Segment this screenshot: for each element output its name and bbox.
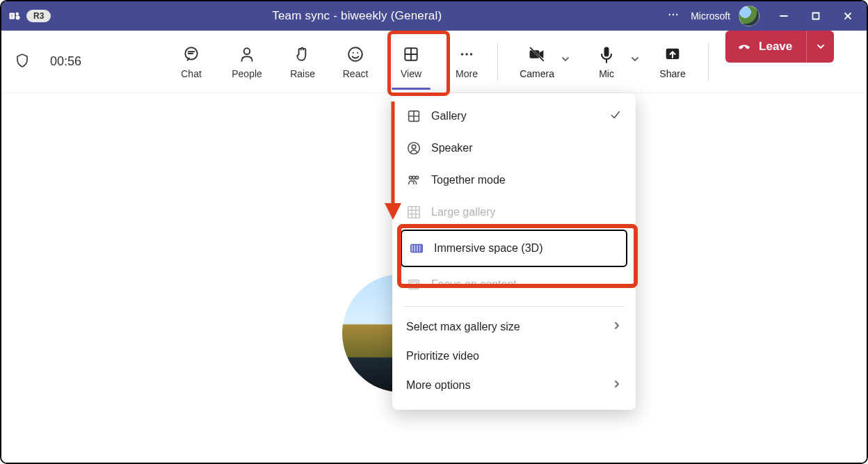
camera-button[interactable]: Camera: [502, 31, 572, 93]
teams-meeting-window: T R3 Team sync - biweekly (General) Micr…: [0, 0, 868, 464]
svg-point-36: [409, 176, 412, 179]
share-icon: [663, 45, 682, 64]
immersive-icon: [409, 241, 424, 256]
svg-point-35: [412, 145, 416, 149]
titlebar-right: Microsoft: [663, 1, 864, 31]
large-gallery-label: Large gallery: [431, 206, 496, 218]
svg-point-2: [16, 13, 19, 16]
view-option-together[interactable]: Together mode: [392, 164, 636, 196]
view-label: View: [401, 68, 421, 79]
mic-button[interactable]: Mic: [572, 31, 641, 93]
chat-button[interactable]: Chat: [165, 31, 218, 93]
window-title: Team sync - biweekly (General): [51, 9, 663, 23]
toolbar-actions: Chat People Raise React: [165, 31, 834, 93]
more-options-label: More options: [406, 379, 471, 392]
svg-point-34: [408, 143, 420, 154]
svg-point-22: [465, 53, 467, 55]
immersive-label: Immersive space (3D): [434, 242, 542, 255]
together-icon: [406, 173, 421, 188]
svg-rect-50: [410, 282, 417, 287]
svg-point-6: [676, 13, 677, 15]
raise-hand-icon: [293, 45, 312, 64]
svg-rect-27: [604, 47, 609, 56]
chevron-down-icon: [816, 42, 826, 51]
view-active-underline: [392, 88, 431, 90]
svg-point-37: [412, 176, 415, 179]
user-avatar[interactable]: [739, 6, 760, 26]
minimize-button[interactable]: [768, 1, 800, 31]
focus-label: Focus on content: [431, 278, 517, 291]
large-gallery-icon: [406, 205, 421, 220]
hangup-icon: [737, 39, 752, 54]
raise-hand-button[interactable]: Raise: [276, 31, 329, 93]
leave-label: Leave: [759, 40, 792, 54]
svg-rect-3: [16, 15, 20, 19]
mic-label: Mic: [599, 68, 614, 79]
react-button[interactable]: React: [329, 31, 382, 93]
together-label: Together mode: [431, 174, 506, 186]
view-icon: [401, 45, 421, 64]
svg-point-23: [470, 53, 472, 55]
camera-chevron-icon[interactable]: [561, 54, 570, 67]
more-label: More: [456, 68, 478, 79]
titlebar: T R3 Team sync - biweekly (General) Micr…: [1, 1, 867, 31]
svg-point-15: [348, 47, 362, 61]
more-icon: [457, 45, 476, 64]
titlebar-more-icon[interactable]: [663, 8, 684, 24]
av-controls: Camera Mic Share: [502, 31, 704, 93]
share-label: Share: [659, 68, 685, 79]
check-icon: [609, 109, 622, 124]
speaker-label: Speaker: [431, 142, 473, 154]
gallery-icon: [406, 109, 421, 124]
view-option-more[interactable]: More options: [392, 371, 636, 400]
teams-logo-icon: T: [8, 10, 21, 22]
view-option-prioritize[interactable]: Prioritize video: [392, 342, 636, 371]
toolbar-separator-2: [708, 43, 709, 81]
leave-button[interactable]: Leave: [725, 31, 806, 63]
build-tag: R3: [26, 10, 51, 22]
chat-label: Chat: [181, 68, 202, 79]
share-button[interactable]: Share: [641, 31, 704, 93]
leave-control: Leave: [725, 31, 834, 63]
meeting-timer: 00:56: [50, 54, 81, 69]
svg-point-16: [353, 51, 354, 53]
svg-point-14: [244, 48, 250, 54]
people-button[interactable]: People: [218, 31, 276, 93]
brand-label: Microsoft: [688, 10, 733, 22]
toolbar-separator: [497, 43, 498, 81]
privacy-shield-icon[interactable]: [14, 52, 31, 72]
mic-chevron-icon[interactable]: [630, 54, 640, 67]
raise-label: Raise: [290, 68, 315, 79]
meeting-toolbar: 00:56 Chat People Raise: [1, 31, 867, 93]
chevron-right-icon: [612, 379, 622, 392]
view-button[interactable]: View: [382, 31, 440, 93]
chat-icon: [182, 45, 201, 64]
focus-icon: [406, 277, 421, 292]
dropdown-separator: [403, 306, 625, 307]
view-option-immersive[interactable]: Immersive space (3D): [401, 230, 627, 267]
maximize-button[interactable]: [800, 1, 832, 31]
react-icon: [346, 45, 365, 64]
prioritize-label: Prioritize video: [406, 350, 479, 362]
svg-point-4: [669, 13, 670, 15]
svg-point-17: [357, 51, 358, 53]
close-button[interactable]: [832, 1, 864, 31]
mic-icon: [597, 45, 616, 64]
react-label: React: [343, 68, 369, 79]
svg-point-21: [461, 53, 463, 55]
select-max-label: Select max gallery size: [406, 321, 520, 333]
view-option-gallery[interactable]: Gallery: [392, 100, 636, 132]
svg-rect-8: [813, 13, 819, 19]
camera-label: Camera: [520, 68, 554, 79]
view-option-speaker[interactable]: Speaker: [392, 132, 636, 164]
view-option-select-max[interactable]: Select max gallery size: [392, 312, 636, 342]
view-option-focus: Focus on content: [392, 269, 636, 301]
people-label: People: [232, 68, 262, 79]
people-icon: [237, 45, 257, 64]
speaker-icon: [406, 141, 421, 156]
more-button[interactable]: More: [440, 31, 493, 93]
leave-split-button[interactable]: [806, 31, 834, 63]
camera-off-icon: [527, 45, 547, 64]
svg-point-38: [416, 176, 419, 179]
svg-point-5: [673, 13, 674, 15]
